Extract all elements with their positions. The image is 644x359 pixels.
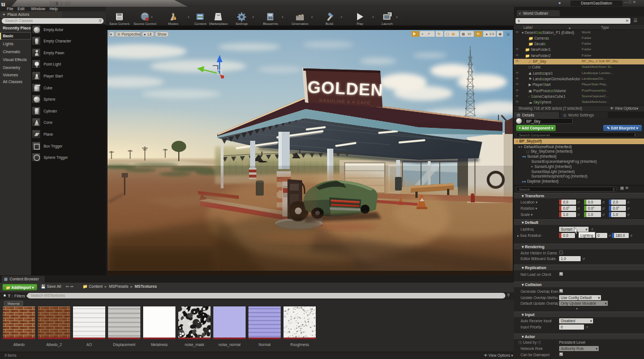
- svg-text:▢: ▢: [446, 32, 449, 36]
- svg-text:↗: ↗: [427, 32, 430, 36]
- svg-text:●: ●: [144, 32, 146, 36]
- svg-text:2.0: 2.0: [490, 32, 495, 36]
- svg-text:Perspective: Perspective: [122, 32, 141, 37]
- svg-text:Lit: Lit: [148, 32, 152, 36]
- svg-text:▣: ▣: [499, 32, 502, 36]
- svg-text:▦: ▦: [452, 32, 455, 36]
- svg-text:10: 10: [467, 32, 471, 36]
- svg-text:↻: ↻: [437, 32, 440, 36]
- svg-text:▲: ▲: [485, 32, 488, 36]
- svg-text:⟲: ⟲: [476, 32, 479, 36]
- svg-text:GOLDEN: GOLDEN: [307, 77, 384, 100]
- svg-text:▩: ▩: [462, 32, 465, 36]
- svg-text:Show: Show: [157, 32, 167, 36]
- svg-text:⚙: ⚙: [117, 32, 121, 36]
- svg-text:⇲: ⇲: [506, 32, 510, 37]
